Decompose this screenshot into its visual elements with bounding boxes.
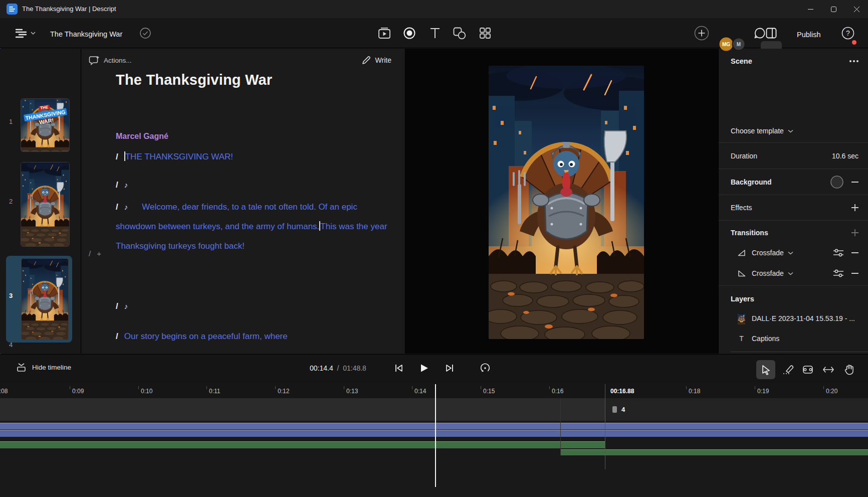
- scene-image[interactable]: [489, 66, 644, 339]
- timecode: 00:14.4 / 01:48.8: [310, 364, 366, 372]
- titlebar: The Thanksgiving War | Descript: [0, 0, 868, 18]
- remove-transition-button[interactable]: [851, 252, 858, 253]
- scene-heading[interactable]: THE THANKSGIVING WAR!: [125, 152, 233, 161]
- layout-grid-icon[interactable]: [480, 27, 491, 39]
- actions-sparkle-icon: [89, 56, 100, 65]
- ruler-tick-label: 0:11: [209, 388, 220, 395]
- scene-number: 2: [9, 198, 13, 205]
- hide-timeline-label: Hide timeline: [32, 364, 71, 371]
- trim-tool[interactable]: [819, 360, 838, 379]
- write-label: Write: [375, 56, 391, 64]
- text-tool-icon[interactable]: [430, 28, 440, 39]
- paragraph-gutter[interactable]: / +: [89, 249, 101, 258]
- layer-thumbnail: [738, 313, 745, 324]
- roll-edit-tool[interactable]: [798, 360, 817, 379]
- duration-value[interactable]: 10.6 sec: [832, 152, 858, 160]
- ruler-tick: [344, 386, 344, 389]
- scene-thumbnail[interactable]: [21, 258, 69, 340]
- current-time: 00:14.4: [310, 364, 333, 372]
- ruler-tick: [481, 386, 481, 389]
- remove-transition-button[interactable]: [851, 273, 858, 274]
- remove-background-button[interactable]: [851, 182, 858, 183]
- shapes-icon[interactable]: [453, 27, 466, 39]
- transition-row[interactable]: Crossfade: [738, 246, 858, 259]
- project-menu-button[interactable]: [15, 29, 27, 38]
- layer-item-image[interactable]: DALL·E 2023-11-04 15.53.19 - ...: [738, 312, 858, 325]
- script-paragraph[interactable]: /Our story begins on a peaceful farm, wh…: [116, 326, 288, 346]
- chevron-down-icon: [788, 272, 793, 275]
- help-icon[interactable]: ?: [841, 27, 854, 40]
- scene-thumbnail[interactable]: THETHANKSGIVINGWAR!: [21, 98, 70, 152]
- script-text[interactable]: Our story begins on a peaceful farm, whe…: [124, 332, 288, 341]
- add-effect-button[interactable]: [851, 204, 858, 211]
- minimize-button[interactable]: [799, 0, 822, 18]
- script-heading-line[interactable]: /THE THANKSGIVING WAR!: [116, 147, 233, 167]
- playback-speed-icon[interactable]: [480, 363, 490, 373]
- music-block[interactable]: /♪: [116, 296, 135, 316]
- record-icon[interactable]: [403, 27, 415, 39]
- razor-tool[interactable]: [778, 360, 797, 379]
- maximize-button[interactable]: [822, 0, 845, 18]
- play-button[interactable]: [420, 364, 428, 373]
- invite-plus-button[interactable]: [694, 26, 709, 41]
- audio-track-bar[interactable]: [0, 441, 605, 448]
- layer-name: DALL·E 2023-11-04 15.53.19 - ...: [752, 314, 855, 322]
- audio-track-bar[interactable]: [560, 449, 868, 455]
- transition-row[interactable]: Crossfade: [738, 267, 858, 280]
- skip-forward-button[interactable]: [446, 364, 454, 372]
- speaker-label[interactable]: Marcel Gagné: [116, 132, 168, 141]
- project-title[interactable]: The Thanksgiving War: [50, 30, 122, 38]
- script-paragraph[interactable]: /♪Welcome, dear friends, to a tale not o…: [116, 197, 393, 256]
- gutter-slash: /: [89, 249, 91, 258]
- ruler-tick: [412, 386, 412, 389]
- hand-tool[interactable]: [839, 360, 858, 379]
- scene-boundary[interactable]: [605, 384, 605, 469]
- ruler-tick: [686, 386, 687, 389]
- chevron-down-icon[interactable]: [31, 32, 36, 35]
- transition-name: Crossfade: [752, 269, 784, 277]
- timeline-ruler[interactable]: 0:080:090:100:110:120:130:140:150:1600:1…: [0, 383, 868, 398]
- skip-back-button[interactable]: [395, 364, 403, 372]
- transition-settings-icon[interactable]: [833, 269, 843, 277]
- composition-title[interactable]: The Thanksgiving War: [116, 72, 272, 88]
- scene-number: 3: [9, 292, 13, 299]
- scene-clip-3[interactable]: [0, 398, 605, 421]
- choose-template-label: Choose template: [731, 127, 784, 135]
- avatar[interactable]: M: [732, 38, 746, 51]
- layer-name: Captions: [752, 335, 779, 343]
- add-transition-button[interactable]: [851, 229, 858, 236]
- write-button[interactable]: Write: [362, 56, 391, 65]
- text-layer-icon: T: [738, 335, 745, 343]
- quick-recorder-icon[interactable]: [378, 27, 391, 39]
- hide-timeline-icon: [17, 363, 26, 372]
- actions-button[interactable]: Actions...: [89, 56, 132, 65]
- block-slash: /: [116, 152, 118, 161]
- avatar[interactable]: MG: [720, 38, 733, 51]
- scene-overflow-button[interactable]: [849, 60, 858, 62]
- scene-4-marker[interactable]: 4: [612, 406, 625, 413]
- music-block[interactable]: /♪: [116, 175, 135, 195]
- effects-label: Effects: [731, 204, 752, 212]
- choose-template-dropdown[interactable]: Choose template: [731, 124, 858, 137]
- scene-clip-4[interactable]: [605, 398, 868, 421]
- transition-settings-icon[interactable]: [833, 249, 843, 257]
- preview-canvas[interactable]: [405, 49, 718, 354]
- scene-thumbnail[interactable]: [21, 162, 70, 247]
- close-button[interactable]: [845, 0, 868, 18]
- video-track-bar[interactable]: [0, 423, 868, 429]
- scene-number: 4: [9, 341, 13, 349]
- gutter-add-button[interactable]: +: [97, 249, 101, 258]
- captions-track-bar[interactable]: [0, 430, 868, 437]
- background-color-swatch[interactable]: [830, 176, 843, 189]
- hide-timeline-button[interactable]: Hide timeline: [17, 363, 71, 372]
- ruler-tick-label: 0:14: [414, 388, 426, 395]
- layer-item-captions[interactable]: T Captions: [738, 332, 858, 345]
- publish-button[interactable]: Publish: [797, 31, 821, 39]
- script-editor[interactable]: Actions... Write The Thanksgiving War Ma…: [82, 49, 404, 354]
- ruler-tick: [206, 386, 207, 389]
- playhead[interactable]: [435, 384, 436, 487]
- pointer-tool[interactable]: [756, 360, 775, 379]
- music-note-icon: ♪: [124, 181, 128, 189]
- comments-icon[interactable]: [754, 27, 766, 39]
- scene-number: 1: [9, 118, 13, 125]
